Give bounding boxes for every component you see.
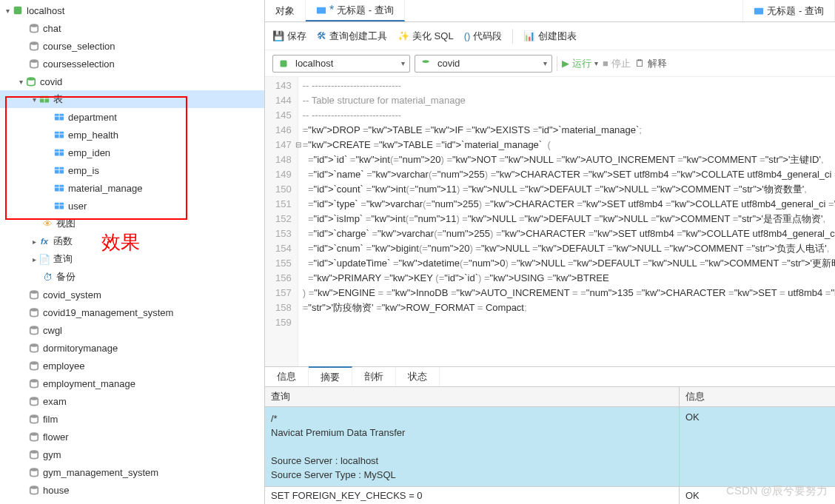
chevron-down-icon: ▾	[594, 59, 598, 67]
tree-functions-label: 函数	[53, 235, 73, 248]
tree-table[interactable]: material_manage	[0, 179, 264, 197]
tree-db-label: film	[43, 414, 58, 425]
tool-icon: 🛠	[317, 30, 326, 41]
code-area[interactable]: -- ------------------------------ Table …	[298, 77, 835, 366]
result-header-info: 信息	[680, 387, 835, 406]
result-tab[interactable]: 剖析	[352, 367, 396, 386]
tree-table-label: emp_is	[68, 165, 99, 176]
tree-db[interactable]: chat	[0, 19, 264, 37]
table-icon	[53, 129, 65, 141]
tree-db-label: gym_management_system	[43, 467, 158, 478]
snippet-button[interactable]: ()代码段	[464, 30, 503, 43]
svg-rect-38	[317, 7, 326, 13]
database-icon	[28, 58, 40, 70]
tree-tables-folder[interactable]: ▾ 表	[0, 90, 264, 108]
tree-db[interactable]: coursesselection	[0, 55, 264, 73]
query-icon: 📄	[38, 253, 50, 265]
tree-root[interactable]: ▾ localhost	[0, 1, 264, 19]
database-icon	[28, 306, 40, 318]
chevron-down-icon: ▾	[3, 7, 12, 15]
table-icon	[53, 200, 65, 212]
run-button[interactable]: ▶运行▾	[562, 57, 598, 70]
database-icon	[28, 324, 40, 336]
tree-table[interactable]: department	[0, 108, 264, 126]
table-icon	[53, 111, 65, 123]
tab-object[interactable]: 对象	[265, 0, 306, 21]
server-icon	[12, 4, 24, 16]
tree-db-label: course_selection	[43, 41, 115, 52]
result-tab[interactable]: 状态	[396, 367, 440, 386]
toolbar: 💾保存 🛠查询创建工具 ✨美化 SQL ()代码段 📊创建图表	[265, 22, 835, 50]
fx-icon: fx	[38, 235, 50, 247]
tree-db[interactable]: exam	[0, 392, 264, 410]
tree-db-covid[interactable]: ▾ covid	[0, 73, 264, 90]
svg-point-34	[30, 432, 38, 435]
result-tab[interactable]: 摘要	[309, 366, 352, 386]
host-select[interactable]: localhost ▾	[272, 55, 410, 73]
tree-table-label: department	[68, 112, 117, 123]
save-button[interactable]: 💾保存	[272, 30, 306, 43]
result-header-query: 查询	[265, 387, 680, 406]
svg-point-30	[30, 361, 38, 364]
tree-db-label: employment_manage	[43, 378, 135, 389]
tree-db[interactable]: gym_management_system	[0, 463, 264, 481]
sql-editor[interactable]: 1431441451461471481491501511521531541551…	[265, 77, 835, 366]
chart-icon: 📊	[523, 30, 535, 41]
stop-icon: ■	[603, 58, 608, 69]
tree-db[interactable]: employee	[0, 357, 264, 374]
tree-table[interactable]: emp_iden	[0, 144, 264, 161]
svg-rect-40	[281, 60, 287, 67]
tree-db[interactable]: dormitorymanage	[0, 339, 264, 357]
tree-table[interactable]: emp_health	[0, 126, 264, 144]
chevron-right-icon: ▸	[30, 238, 38, 246]
beautify-sql-button[interactable]: ✨美化 SQL	[398, 30, 454, 43]
tree-db[interactable]: covid_system	[0, 286, 264, 303]
svg-point-35	[30, 450, 38, 453]
database-select[interactable]: covid ▾	[415, 55, 552, 73]
tree-db-label: gym	[43, 449, 61, 460]
tree-db[interactable]: gym	[0, 446, 264, 463]
explain-button[interactable]: 🗒解释	[635, 57, 667, 70]
database-icon	[28, 342, 40, 354]
tree-db[interactable]: course_selection	[0, 37, 264, 55]
tree-db[interactable]: house	[0, 481, 264, 499]
table-icon	[53, 147, 65, 158]
result-tab[interactable]: 信息	[265, 367, 309, 386]
svg-point-29	[30, 343, 38, 346]
tree-db[interactable]: covid19_management_system	[0, 303, 264, 321]
result-body: /* Navicat Premium Data Transfer Source …	[265, 407, 835, 486]
braces-icon: ()	[464, 30, 471, 41]
tree-db[interactable]: flower	[0, 428, 264, 446]
tree-db[interactable]: employment_manage	[0, 374, 264, 392]
tree-db[interactable]: film	[0, 410, 264, 428]
server-icon	[278, 58, 289, 70]
tree-db-label: house	[43, 485, 69, 496]
svg-point-2	[30, 41, 38, 44]
query-tab-icon	[754, 6, 764, 16]
main-panel: 对象 * 无标题 - 查询 无标题 - 查询 💾保存 🛠查询创建工具 ✨美化 S…	[265, 0, 835, 504]
table-icon	[53, 182, 65, 194]
create-chart-button[interactable]: 📊创建图表	[523, 30, 577, 43]
svg-point-3	[30, 59, 38, 62]
svg-point-1	[30, 24, 38, 27]
tree-backups[interactable]: ⏱ 备份	[0, 268, 264, 286]
query-builder-button[interactable]: 🛠查询创建工具	[317, 30, 387, 43]
tree-db-label: covid_system	[43, 289, 101, 300]
tree-table-label: emp_iden	[68, 147, 110, 158]
svg-point-41	[423, 60, 429, 63]
tree-table[interactable]: emp_is	[0, 161, 264, 179]
svg-point-33	[30, 414, 38, 417]
svg-point-28	[30, 326, 38, 329]
database-icon	[420, 58, 432, 70]
tree-table[interactable]: user	[0, 197, 264, 215]
tree-db-label: employee	[43, 360, 84, 372]
tree-db-label: dormitorymanage	[43, 343, 118, 354]
tab-query-2[interactable]: 无标题 - 查询	[742, 0, 835, 21]
line-gutter: 1431441451461471481491501511521531541551…	[265, 77, 298, 366]
tree-db-label: chat	[43, 23, 61, 34]
tab-query-1[interactable]: * 无标题 - 查询	[306, 0, 405, 21]
database-icon	[28, 466, 40, 478]
table-icon	[53, 164, 65, 176]
tree-db[interactable]: cwgl	[0, 321, 264, 339]
tree-db-label: covid19_management_system	[43, 307, 173, 318]
